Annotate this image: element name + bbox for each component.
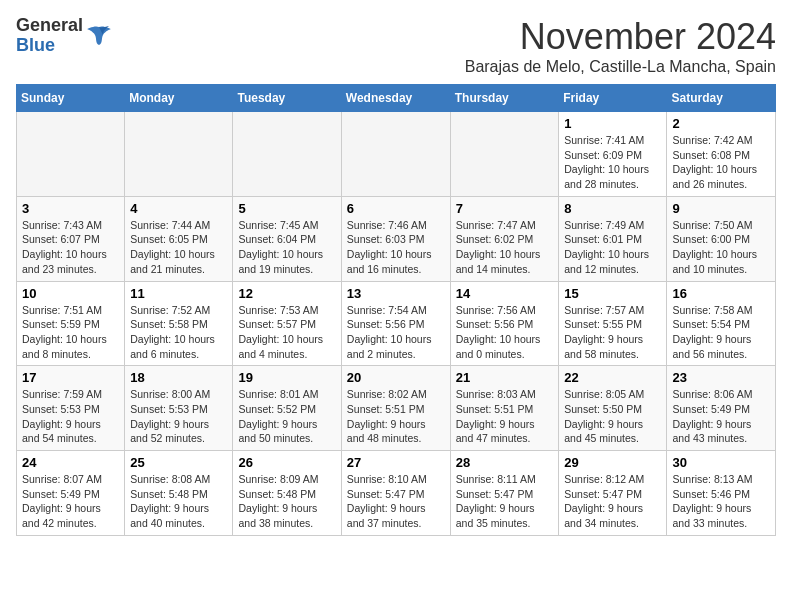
day-number: 21 [456, 370, 554, 385]
calendar-day-cell: 4Sunrise: 7:44 AM Sunset: 6:05 PM Daylig… [125, 196, 233, 281]
day-detail: Sunrise: 7:41 AM Sunset: 6:09 PM Dayligh… [564, 133, 661, 192]
calendar-day-cell: 21Sunrise: 8:03 AM Sunset: 5:51 PM Dayli… [450, 366, 559, 451]
calendar-day-cell: 3Sunrise: 7:43 AM Sunset: 6:07 PM Daylig… [17, 196, 125, 281]
calendar-header-row: SundayMondayTuesdayWednesdayThursdayFrid… [17, 85, 776, 112]
calendar-day-cell: 9Sunrise: 7:50 AM Sunset: 6:00 PM Daylig… [667, 196, 776, 281]
day-number: 23 [672, 370, 770, 385]
day-number: 4 [130, 201, 227, 216]
day-detail: Sunrise: 8:03 AM Sunset: 5:51 PM Dayligh… [456, 387, 554, 446]
logo-blue-text: Blue [16, 35, 55, 55]
calendar-day-cell: 14Sunrise: 7:56 AM Sunset: 5:56 PM Dayli… [450, 281, 559, 366]
day-detail: Sunrise: 8:08 AM Sunset: 5:48 PM Dayligh… [130, 472, 227, 531]
day-number: 25 [130, 455, 227, 470]
calendar-day-cell: 6Sunrise: 7:46 AM Sunset: 6:03 PM Daylig… [341, 196, 450, 281]
calendar-day-cell: 10Sunrise: 7:51 AM Sunset: 5:59 PM Dayli… [17, 281, 125, 366]
day-detail: Sunrise: 8:06 AM Sunset: 5:49 PM Dayligh… [672, 387, 770, 446]
calendar-day-cell: 1Sunrise: 7:41 AM Sunset: 6:09 PM Daylig… [559, 112, 667, 197]
day-number: 18 [130, 370, 227, 385]
day-detail: Sunrise: 7:53 AM Sunset: 5:57 PM Dayligh… [238, 303, 335, 362]
day-of-week-header: Friday [559, 85, 667, 112]
day-number: 15 [564, 286, 661, 301]
day-number: 8 [564, 201, 661, 216]
day-of-week-header: Sunday [17, 85, 125, 112]
day-detail: Sunrise: 7:54 AM Sunset: 5:56 PM Dayligh… [347, 303, 445, 362]
day-number: 2 [672, 116, 770, 131]
day-number: 12 [238, 286, 335, 301]
day-detail: Sunrise: 7:57 AM Sunset: 5:55 PM Dayligh… [564, 303, 661, 362]
day-detail: Sunrise: 7:59 AM Sunset: 5:53 PM Dayligh… [22, 387, 119, 446]
day-number: 27 [347, 455, 445, 470]
day-number: 14 [456, 286, 554, 301]
day-of-week-header: Tuesday [233, 85, 341, 112]
calendar-day-cell: 5Sunrise: 7:45 AM Sunset: 6:04 PM Daylig… [233, 196, 341, 281]
location-title: Barajas de Melo, Castille-La Mancha, Spa… [465, 58, 776, 76]
day-number: 10 [22, 286, 119, 301]
day-number: 16 [672, 286, 770, 301]
day-number: 5 [238, 201, 335, 216]
day-number: 22 [564, 370, 661, 385]
day-number: 7 [456, 201, 554, 216]
day-detail: Sunrise: 8:00 AM Sunset: 5:53 PM Dayligh… [130, 387, 227, 446]
day-detail: Sunrise: 8:10 AM Sunset: 5:47 PM Dayligh… [347, 472, 445, 531]
calendar-day-cell [341, 112, 450, 197]
day-detail: Sunrise: 7:45 AM Sunset: 6:04 PM Dayligh… [238, 218, 335, 277]
calendar-day-cell: 19Sunrise: 8:01 AM Sunset: 5:52 PM Dayli… [233, 366, 341, 451]
calendar-day-cell: 28Sunrise: 8:11 AM Sunset: 5:47 PM Dayli… [450, 451, 559, 536]
day-number: 26 [238, 455, 335, 470]
day-number: 30 [672, 455, 770, 470]
calendar-day-cell: 16Sunrise: 7:58 AM Sunset: 5:54 PM Dayli… [667, 281, 776, 366]
calendar-day-cell [17, 112, 125, 197]
month-title: November 2024 [465, 16, 776, 58]
day-detail: Sunrise: 7:46 AM Sunset: 6:03 PM Dayligh… [347, 218, 445, 277]
day-number: 3 [22, 201, 119, 216]
calendar-week-row: 24Sunrise: 8:07 AM Sunset: 5:49 PM Dayli… [17, 451, 776, 536]
day-of-week-header: Monday [125, 85, 233, 112]
day-detail: Sunrise: 7:49 AM Sunset: 6:01 PM Dayligh… [564, 218, 661, 277]
logo-general-text: General [16, 15, 83, 35]
calendar-day-cell: 18Sunrise: 8:00 AM Sunset: 5:53 PM Dayli… [125, 366, 233, 451]
calendar-day-cell: 23Sunrise: 8:06 AM Sunset: 5:49 PM Dayli… [667, 366, 776, 451]
day-detail: Sunrise: 8:05 AM Sunset: 5:50 PM Dayligh… [564, 387, 661, 446]
day-number: 17 [22, 370, 119, 385]
calendar-day-cell: 13Sunrise: 7:54 AM Sunset: 5:56 PM Dayli… [341, 281, 450, 366]
day-detail: Sunrise: 7:44 AM Sunset: 6:05 PM Dayligh… [130, 218, 227, 277]
day-detail: Sunrise: 8:02 AM Sunset: 5:51 PM Dayligh… [347, 387, 445, 446]
logo-bird-icon [85, 25, 113, 47]
calendar-day-cell: 26Sunrise: 8:09 AM Sunset: 5:48 PM Dayli… [233, 451, 341, 536]
calendar-week-row: 3Sunrise: 7:43 AM Sunset: 6:07 PM Daylig… [17, 196, 776, 281]
calendar-day-cell [233, 112, 341, 197]
calendar-week-row: 17Sunrise: 7:59 AM Sunset: 5:53 PM Dayli… [17, 366, 776, 451]
calendar-day-cell: 8Sunrise: 7:49 AM Sunset: 6:01 PM Daylig… [559, 196, 667, 281]
day-detail: Sunrise: 7:43 AM Sunset: 6:07 PM Dayligh… [22, 218, 119, 277]
calendar-day-cell [125, 112, 233, 197]
day-number: 28 [456, 455, 554, 470]
day-number: 19 [238, 370, 335, 385]
day-detail: Sunrise: 8:07 AM Sunset: 5:49 PM Dayligh… [22, 472, 119, 531]
logo: General Blue [16, 16, 113, 56]
day-detail: Sunrise: 8:01 AM Sunset: 5:52 PM Dayligh… [238, 387, 335, 446]
calendar-week-row: 1Sunrise: 7:41 AM Sunset: 6:09 PM Daylig… [17, 112, 776, 197]
calendar-day-cell: 11Sunrise: 7:52 AM Sunset: 5:58 PM Dayli… [125, 281, 233, 366]
title-block: November 2024 Barajas de Melo, Castille-… [465, 16, 776, 76]
day-of-week-header: Saturday [667, 85, 776, 112]
day-detail: Sunrise: 7:50 AM Sunset: 6:00 PM Dayligh… [672, 218, 770, 277]
calendar-week-row: 10Sunrise: 7:51 AM Sunset: 5:59 PM Dayli… [17, 281, 776, 366]
calendar-day-cell: 30Sunrise: 8:13 AM Sunset: 5:46 PM Dayli… [667, 451, 776, 536]
day-number: 9 [672, 201, 770, 216]
calendar-day-cell: 20Sunrise: 8:02 AM Sunset: 5:51 PM Dayli… [341, 366, 450, 451]
calendar-day-cell: 12Sunrise: 7:53 AM Sunset: 5:57 PM Dayli… [233, 281, 341, 366]
day-detail: Sunrise: 7:56 AM Sunset: 5:56 PM Dayligh… [456, 303, 554, 362]
day-number: 11 [130, 286, 227, 301]
calendar-day-cell: 25Sunrise: 8:08 AM Sunset: 5:48 PM Dayli… [125, 451, 233, 536]
day-detail: Sunrise: 7:42 AM Sunset: 6:08 PM Dayligh… [672, 133, 770, 192]
day-detail: Sunrise: 8:13 AM Sunset: 5:46 PM Dayligh… [672, 472, 770, 531]
day-detail: Sunrise: 8:12 AM Sunset: 5:47 PM Dayligh… [564, 472, 661, 531]
calendar-day-cell: 24Sunrise: 8:07 AM Sunset: 5:49 PM Dayli… [17, 451, 125, 536]
day-number: 6 [347, 201, 445, 216]
day-detail: Sunrise: 7:52 AM Sunset: 5:58 PM Dayligh… [130, 303, 227, 362]
calendar-day-cell: 7Sunrise: 7:47 AM Sunset: 6:02 PM Daylig… [450, 196, 559, 281]
day-of-week-header: Wednesday [341, 85, 450, 112]
day-detail: Sunrise: 7:51 AM Sunset: 5:59 PM Dayligh… [22, 303, 119, 362]
day-detail: Sunrise: 8:11 AM Sunset: 5:47 PM Dayligh… [456, 472, 554, 531]
calendar-day-cell [450, 112, 559, 197]
